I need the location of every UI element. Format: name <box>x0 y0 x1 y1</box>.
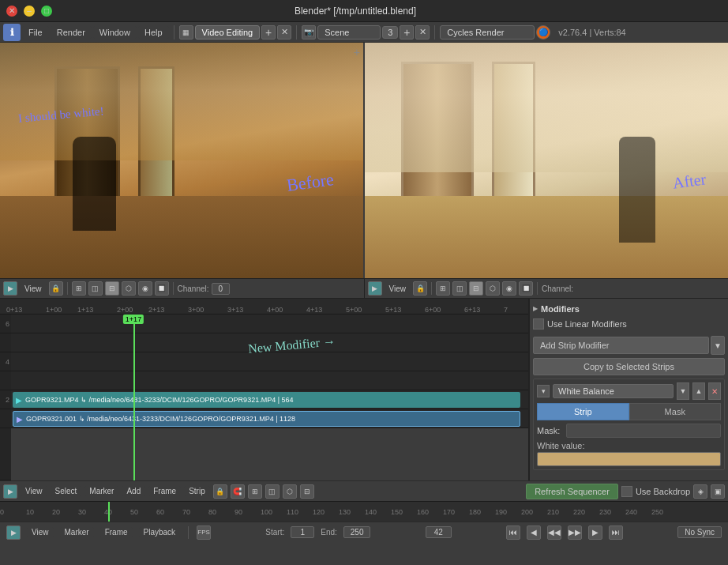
play-rev-btn[interactable]: ◀◀ <box>547 525 561 540</box>
seq-icon-left[interactable]: ▶ <box>3 281 17 296</box>
grid-tool4[interactable]: ⊟ <box>300 484 314 499</box>
select-menu-bottom[interactable]: Select <box>51 486 82 496</box>
white-value-swatch[interactable] <box>537 452 721 466</box>
backdrop-icon1[interactable]: ◈ <box>693 484 707 499</box>
refresh-sequencer-btn[interactable]: Refresh Sequencer <box>526 484 618 499</box>
modifier-down-btn[interactable]: ▼ <box>677 382 689 400</box>
mask-tab[interactable]: Mask <box>629 403 722 420</box>
seq-rtool5[interactable]: ◉ <box>502 281 516 296</box>
view-menu-seq-left[interactable]: View <box>20 284 47 294</box>
view-menu-seq-right[interactable]: View <box>385 284 411 294</box>
modifier-collapse-btn[interactable]: ▾ <box>537 385 550 397</box>
sep1 <box>174 25 174 40</box>
prev-frame-btn[interactable]: ◀ <box>527 525 541 540</box>
mask-field[interactable] <box>566 424 721 438</box>
seq-rtool3[interactable]: ⊟ <box>469 281 483 296</box>
seq-rtool2[interactable]: ◫ <box>452 281 467 296</box>
magnet-icon[interactable]: 🧲 <box>231 484 245 499</box>
maximize-button[interactable]: □ <box>41 6 52 17</box>
seq-icon-right[interactable]: ▶ <box>368 281 382 296</box>
end-label: End: <box>321 528 337 537</box>
seq-bottom-icon[interactable]: ▶ <box>3 484 17 499</box>
seq-rtool6[interactable]: 🔲 <box>519 281 533 296</box>
frame-menu-bottom[interactable]: Frame <box>148 486 181 496</box>
modifier-tabs: Strip Mask <box>537 403 721 420</box>
close-button[interactable]: ✕ <box>6 6 17 17</box>
strip-gopr2[interactable]: ▶ GOPR9321.001 ↳ /media/neo/6431-3233/DC… <box>13 411 520 427</box>
preview-area: I should be white! Before + After <box>0 43 728 278</box>
use-backdrop-checkbox[interactable] <box>621 486 632 497</box>
window-menu[interactable]: Window <box>93 26 137 39</box>
channel-label: Channel: <box>178 284 209 293</box>
add-scene-icon[interactable]: + <box>400 25 414 40</box>
modifier-up-btn[interactable]: ▲ <box>692 382 705 400</box>
timeline-area: 0+13 1+00 1+13 2+00 2+13 3+00 3+13 4+00 … <box>0 299 529 480</box>
use-linear-checkbox[interactable] <box>533 318 544 330</box>
strip-gopr1[interactable]: ▶ GOPR9321.MP4 ↳ /media/neo/6431-3233/DC… <box>13 392 520 408</box>
seq-lock[interactable]: 🔒 <box>49 281 63 296</box>
workspace-selector[interactable]: Video Editing <box>195 25 261 40</box>
add-menu-bottom[interactable]: Add <box>122 486 145 496</box>
render-menu[interactable]: Render <box>51 26 92 39</box>
track-row-3 <box>11 371 528 390</box>
playback-menu[interactable]: Playback <box>139 527 181 537</box>
seq-tool3[interactable]: ⊟ <box>105 281 119 296</box>
scene-selector[interactable]: Scene <box>317 25 381 40</box>
render-engine-selector[interactable]: Cycles Render <box>440 25 535 40</box>
add-workspace-icon[interactable]: + <box>261 25 276 40</box>
seq-rtool4[interactable]: ⬡ <box>486 281 500 296</box>
seq-tool2[interactable]: ◫ <box>88 281 103 296</box>
fps-icon[interactable]: FPS <box>197 525 211 540</box>
end-value[interactable]: 250 <box>343 526 371 538</box>
timeline-ruler: 0+13 1+00 1+13 2+00 2+13 3+00 3+13 4+00 … <box>0 299 528 315</box>
close-workspace-icon[interactable]: ✕ <box>277 25 291 40</box>
strip-tab[interactable]: Strip <box>537 403 629 420</box>
strip-menu-bottom[interactable]: Strip <box>184 486 210 496</box>
seq-tool5[interactable]: ◉ <box>138 281 152 296</box>
ruler-container: 0 10 20 30 40 50 60 70 80 90 100 110 120… <box>0 502 728 522</box>
current-frame[interactable]: 42 <box>426 526 452 538</box>
modifier-close-btn[interactable]: ✕ <box>708 382 721 400</box>
track-row-5 <box>11 333 528 352</box>
playback-icon[interactable]: ▶ <box>6 525 21 540</box>
sep3 <box>434 25 435 40</box>
jump-end-btn[interactable]: ⏭ <box>609 525 623 540</box>
seq-rtool1[interactable]: ⊞ <box>436 281 450 296</box>
file-menu[interactable]: File <box>22 26 49 39</box>
close-scene-icon[interactable]: ✕ <box>415 25 430 40</box>
start-value[interactable]: 1 <box>291 526 314 538</box>
copy-to-strips-btn[interactable]: Copy to Selected Strips <box>533 358 725 375</box>
grid-tool2[interactable]: ◫ <box>265 484 280 499</box>
no-sync-btn[interactable]: No Sync <box>677 526 722 538</box>
camera-icon[interactable]: 📷 <box>302 25 316 40</box>
seq-lock-r[interactable]: 🔒 <box>413 281 427 296</box>
channel-value[interactable]: 0 <box>212 283 231 295</box>
track-numbers: 6 4 2 <box>0 315 11 480</box>
seq-tool1[interactable]: ⊞ <box>72 281 86 296</box>
minimize-button[interactable]: – <box>24 6 35 17</box>
info-icon[interactable]: ℹ <box>3 24 21 41</box>
grid-icon[interactable]: ▦ <box>179 25 193 40</box>
marker-menu-bottom[interactable]: Marker <box>84 486 118 496</box>
grid-tool3[interactable]: ⬡ <box>283 484 297 499</box>
view-menu-bottom[interactable]: View <box>21 486 47 496</box>
sequencer-content: 0+13 1+00 1+13 2+00 2+13 3+00 3+13 4+00 … <box>0 299 728 480</box>
grid-tool1[interactable]: ⊞ <box>248 484 262 499</box>
play-btn[interactable]: ▶▶ <box>568 525 582 540</box>
modifier-name[interactable]: White Balance <box>553 384 674 398</box>
seq-tool6[interactable]: 🔲 <box>155 281 169 296</box>
lock-icon-bottom[interactable]: 🔒 <box>213 484 227 499</box>
view-playback[interactable]: View <box>27 527 54 537</box>
blender-logo: 🔵 <box>536 25 550 40</box>
backdrop-icon2[interactable]: ▣ <box>711 484 725 499</box>
frame-playback[interactable]: Frame <box>100 527 133 537</box>
seq-tool4[interactable]: ⬡ <box>122 281 136 296</box>
modifiers-title: ▸ <box>533 303 538 314</box>
marker-playback[interactable]: Marker <box>60 527 94 537</box>
add-modifier-btn[interactable]: Add Strip Modifier <box>533 337 709 354</box>
next-frame-btn[interactable]: ▶ <box>588 525 602 540</box>
add-modifier-dropdown[interactable]: ▼ <box>711 336 725 355</box>
jump-start-btn[interactable]: ⏮ <box>506 525 520 540</box>
bottom-toolbar: ▶ View Select Marker Add Frame Strip 🔒 🧲… <box>0 480 728 501</box>
help-menu[interactable]: Help <box>138 26 169 39</box>
